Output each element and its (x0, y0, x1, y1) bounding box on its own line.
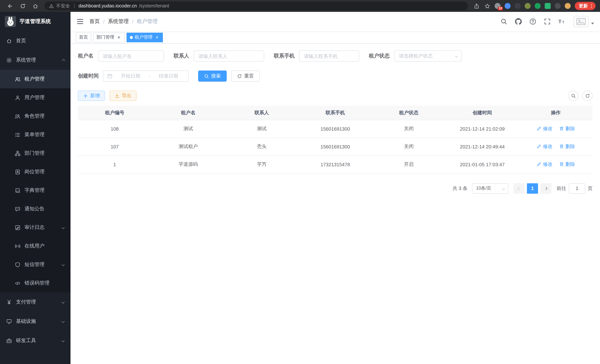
page-number-button[interactable]: 1 (527, 183, 538, 194)
breadcrumb-item[interactable]: 首页 (89, 18, 100, 25)
toolbar-icon-button[interactable] (568, 91, 579, 101)
sidebar-item[interactable]: 支付管理 (0, 292, 71, 312)
browser-update-button[interactable]: 更新 (575, 2, 596, 10)
sidebar-item[interactable]: 角色管理 (0, 107, 71, 125)
extension-icon[interactable] (515, 3, 521, 9)
sidebar-item-label: 部门管理 (25, 150, 45, 157)
cell-status: 关闭 (372, 120, 445, 138)
delete-button[interactable]: 删除 (559, 125, 575, 132)
app-frame: 芋道管理系统 首页 系统管理 (0, 12, 600, 364)
share-icon[interactable] (473, 3, 480, 9)
fullscreen-icon[interactable] (544, 18, 551, 25)
filter-row-2: 创建时间 开始日期 - 结束日期 搜索 重置 (78, 71, 593, 82)
date-range-input[interactable]: 开始日期 - 结束日期 (103, 71, 188, 82)
tab-item[interactable]: 租户管理 × (127, 32, 163, 42)
sidebar-item[interactable]: 系统管理 (0, 50, 71, 70)
tenant-name-input[interactable] (98, 50, 164, 62)
github-icon[interactable] (515, 18, 522, 25)
sidebar-item[interactable]: 基础设施 (0, 312, 71, 331)
extension-icon[interactable] (565, 3, 571, 9)
sidebar-item[interactable]: 菜单管理 (0, 125, 71, 144)
edit-button[interactable]: 修改 (536, 143, 553, 150)
back-icon[interactable] (7, 3, 13, 9)
cell-status: 开启 (372, 156, 445, 173)
delete-button[interactable]: 删除 (559, 143, 575, 150)
add-button[interactable]: 新增 (78, 91, 105, 101)
edit-button[interactable]: 修改 (536, 125, 553, 132)
export-button[interactable]: 导出 (110, 91, 137, 101)
tab-close-icon[interactable]: × (116, 35, 121, 40)
extension-icon[interactable] (535, 3, 541, 9)
chevron-right-icon (544, 187, 547, 190)
toolbar-icon-button[interactable] (582, 91, 593, 101)
svg-text:T: T (558, 19, 562, 24)
logo-image (5, 16, 16, 27)
home-icon[interactable] (32, 3, 38, 9)
status-select[interactable]: 请选择租户状态 (394, 50, 462, 62)
warning-icon (49, 3, 54, 8)
reload-icon[interactable] (19, 3, 26, 9)
goto-page-input[interactable] (569, 183, 585, 194)
sidebar-item[interactable]: 首页 (0, 31, 71, 50)
cell-created: 2021-12-14 21:02:09 (445, 120, 519, 138)
prev-page-button[interactable] (514, 183, 525, 194)
tenant-name-label: 租户名 (78, 53, 98, 59)
cell-status: 关闭 (372, 138, 445, 156)
gear-icon (6, 57, 12, 63)
status-label: 租户状态 (369, 53, 394, 59)
breadcrumb-item[interactable]: 系统管理 (108, 18, 129, 25)
search-icon[interactable] (501, 18, 507, 25)
start-date-placeholder: 开始日期 (115, 73, 147, 79)
user-avatar[interactable] (574, 16, 594, 27)
caret-down-icon (591, 22, 594, 24)
tab-close-icon[interactable]: × (154, 35, 159, 40)
home-icon (6, 38, 12, 44)
column-header: 租户编号 (78, 106, 151, 120)
sms-icon (15, 262, 20, 267)
sidebar-item-label: 在线用户 (25, 243, 45, 249)
extension-icon[interactable] (545, 3, 551, 9)
contact-input[interactable] (194, 50, 264, 62)
sidebar-item[interactable]: 字典管理 (0, 181, 71, 200)
extension-icon[interactable]: 10 (495, 3, 501, 9)
sidebar-item[interactable]: 岗位管理 (0, 162, 71, 181)
active-tab-dot (130, 36, 133, 39)
extension-icon[interactable] (505, 3, 511, 9)
next-page-button[interactable] (540, 183, 551, 194)
sidebar-item[interactable]: 用户管理 (0, 88, 71, 107)
extension-icon[interactable] (525, 3, 531, 9)
font-size-icon[interactable]: TT (558, 18, 565, 25)
fold-icon[interactable] (76, 18, 84, 25)
sidebar-item[interactable]: 在线用户 (0, 237, 71, 255)
sidebar-item[interactable]: 审计日志 (0, 218, 71, 237)
extension-icon[interactable] (555, 3, 561, 9)
address-bar[interactable]: 不安全 dashboard.yudao.iocoder.cn/system/te… (45, 1, 468, 10)
tab-item[interactable]: 首页 (76, 32, 91, 42)
edit-button[interactable]: 修改 (536, 161, 553, 168)
star-icon[interactable] (484, 3, 490, 9)
cell-created: 2021-01-05 17:03:47 (445, 156, 519, 173)
toolbar-right-icons (568, 91, 593, 101)
sidebar-item[interactable]: 通知公告 (0, 200, 71, 218)
sidebar-item[interactable]: 研发工具 (0, 331, 71, 350)
delete-button[interactable]: 删除 (559, 161, 575, 168)
page-size-select[interactable]: 10条/页 (472, 183, 508, 194)
sidebar: 芋道管理系统 首页 系统管理 (0, 12, 71, 364)
phone-input[interactable] (299, 50, 359, 62)
delete-icon (559, 144, 564, 149)
breadcrumb-item[interactable]: 租户管理 (137, 18, 158, 25)
tab-item[interactable]: 部门管理 × (93, 32, 125, 42)
sidebar-item[interactable]: 短信管理 (0, 255, 71, 274)
reset-button[interactable]: 重置 (231, 71, 260, 82)
search-button[interactable]: 搜索 (198, 71, 227, 82)
plus-icon (83, 93, 88, 98)
kebab-icon (589, 3, 594, 9)
sidebar-item[interactable]: 错误码管理 (0, 274, 71, 292)
help-icon[interactable] (529, 18, 536, 25)
filter-tenant-name: 租户名 (78, 50, 164, 62)
sidebar-item[interactable]: 部门管理 (0, 144, 71, 162)
sidebar-item[interactable]: 租户管理 (0, 70, 71, 88)
cell-actions: 修改 删除 (519, 120, 593, 138)
table-toolbar: 新增 导出 (78, 91, 593, 101)
app-logo[interactable]: 芋道管理系统 (0, 12, 71, 31)
